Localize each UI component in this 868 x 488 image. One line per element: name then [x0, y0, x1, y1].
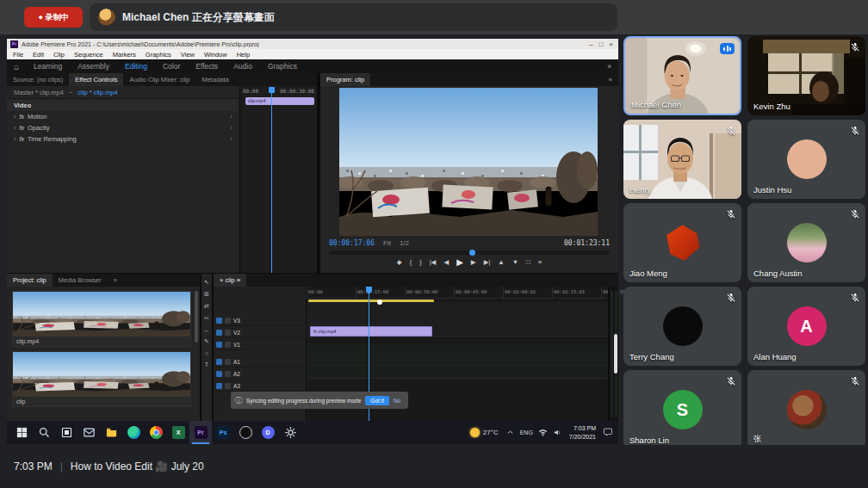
track-select-tool[interactable]: ⊞	[204, 291, 209, 298]
start-icon[interactable]	[10, 421, 33, 444]
reset-icon[interactable]: ›	[231, 135, 239, 143]
timeline-clip[interactable]: fx clip.mp4	[310, 326, 432, 337]
workspace-tab-editing[interactable]: Editing	[117, 59, 155, 73]
volume-icon[interactable]	[553, 425, 562, 441]
participant-tile[interactable]: AAlan Huang	[747, 287, 865, 366]
mark-in-button[interactable]: {	[410, 258, 412, 266]
panel-tab[interactable]: Effect Controls	[69, 73, 123, 86]
disclosure-icon[interactable]: ›	[14, 113, 16, 120]
project-item[interactable]: clip.mp4	[12, 291, 191, 347]
effect-row-motion[interactable]: ›fxMotion›	[7, 111, 238, 122]
effect-row-video[interactable]: Video	[7, 100, 238, 111]
participant-tile[interactable]: Terry Chang	[623, 287, 741, 366]
overflow-icon[interactable]: »	[108, 274, 123, 287]
track-lock-toggle[interactable]	[225, 318, 231, 324]
panel-tab[interactable]: Source: (no clips)	[7, 73, 69, 86]
source-patch-toggle[interactable]	[216, 318, 222, 324]
panel-menu-icon[interactable]: ≡	[237, 276, 240, 284]
effect-row-time-remapping[interactable]: ›fxTime Remapping›	[7, 133, 238, 145]
menu-help[interactable]: Help	[237, 51, 250, 59]
source-patch-toggle[interactable]	[216, 359, 222, 365]
maximize-icon[interactable]: □	[598, 40, 603, 48]
panel-tab[interactable]: Metadata	[195, 73, 234, 86]
workspace-tab-graphics[interactable]: Graphics	[260, 59, 305, 73]
action-center-icon[interactable]	[603, 425, 613, 441]
mini-timeline-playhead[interactable]	[271, 87, 272, 273]
panel-menu-icon[interactable]: ≡	[603, 73, 618, 86]
source-patch-toggle[interactable]	[216, 330, 222, 336]
type-tool[interactable]: T	[205, 361, 208, 368]
toast-primary-button[interactable]: Got it	[365, 396, 389, 405]
program-scrubber[interactable]	[329, 250, 610, 255]
panel-tab[interactable]: Project: clip	[7, 274, 53, 287]
taskbar-clock[interactable]: 7:03 PM7/20/2021	[569, 424, 596, 440]
track-lock-toggle[interactable]	[225, 371, 231, 377]
workspace-tab-assembly[interactable]: Assembly	[70, 59, 117, 73]
track-lock-toggle[interactable]	[225, 383, 231, 389]
participant-tile[interactable]: Michael Chen	[623, 36, 741, 115]
selection-tool[interactable]: ↖	[204, 279, 209, 286]
edge-icon[interactable]	[122, 421, 145, 444]
reset-icon[interactable]: ›	[231, 124, 239, 132]
reset-icon[interactable]: ›	[231, 113, 239, 120]
source-patch-toggle[interactable]	[216, 371, 222, 377]
menu-view[interactable]: View	[181, 51, 195, 59]
project-item[interactable]: clip	[12, 351, 191, 407]
participant-tile[interactable]: Jiao Meng	[623, 203, 741, 282]
track-lock-toggle[interactable]	[225, 342, 231, 348]
minimize-icon[interactable]: –	[589, 40, 592, 48]
settings-icon[interactable]	[279, 421, 301, 444]
workspace-tab-learning[interactable]: Learning	[26, 59, 70, 73]
menu-edit[interactable]: Edit	[33, 51, 44, 59]
ripple-edit-tool[interactable]: ⇄	[204, 303, 209, 310]
timeline-scrollbar[interactable]	[614, 334, 617, 374]
razor-tool[interactable]: ✂	[204, 315, 209, 322]
menu-graphics[interactable]: Graphics	[146, 51, 171, 59]
hand-tool[interactable]: ○	[205, 350, 208, 356]
hidden-icons-icon[interactable]	[505, 425, 515, 441]
search-icon[interactable]	[33, 421, 55, 444]
language-indicator[interactable]: ENG	[520, 429, 533, 435]
home-icon[interactable]: ⌂	[7, 62, 26, 71]
program-monitor-tab[interactable]: Program: clip	[320, 73, 370, 86]
recording-badge[interactable]: ● 录制中	[24, 7, 83, 28]
discord-icon[interactable]: D	[257, 421, 279, 444]
menu-clip[interactable]: Clip	[53, 51, 65, 59]
excel-icon[interactable]: X	[167, 421, 189, 444]
lift-button[interactable]: ▲	[498, 258, 504, 266]
extract-button[interactable]: ▼	[512, 258, 518, 266]
close-icon[interactable]: ×	[220, 276, 223, 284]
go-to-out-button[interactable]: ▶|	[484, 258, 491, 266]
photoshop-icon[interactable]: Ps	[212, 421, 234, 444]
go-to-in-button[interactable]: |◀	[430, 258, 437, 266]
workspace-tab-effects[interactable]: Effects	[188, 59, 226, 73]
mail-icon[interactable]	[78, 421, 100, 444]
source-patch-toggle[interactable]	[216, 383, 222, 389]
playhead-drag-dot[interactable]	[377, 300, 382, 305]
track-lock-toggle[interactable]	[225, 330, 231, 336]
settings-button[interactable]: ≡	[538, 258, 542, 266]
menu-markers[interactable]: Markers	[113, 51, 136, 59]
panel-tab[interactable]: Media Browser	[53, 274, 108, 287]
timeline-tab[interactable]: × clip ≡	[214, 274, 246, 287]
step-back-button[interactable]: ◀	[443, 258, 449, 266]
wifi-icon[interactable]	[538, 425, 548, 441]
disclosure-icon[interactable]: ›	[14, 135, 16, 143]
effect-row-opacity[interactable]: ›fxOpacity›	[7, 122, 238, 133]
menu-window[interactable]: Window	[204, 51, 227, 59]
participant-tile[interactable]: 张	[747, 370, 865, 449]
pen-tool[interactable]: ✎	[204, 338, 209, 345]
export-frame-button[interactable]: □	[526, 258, 530, 266]
toast-secondary-button[interactable]: No	[394, 398, 400, 404]
step-forward-button[interactable]: ▶	[471, 258, 476, 266]
premiere-icon[interactable]: Pr	[189, 421, 212, 444]
source-patch-toggle[interactable]	[216, 342, 222, 348]
mark-out-button[interactable]: }	[419, 258, 422, 266]
fit-dropdown[interactable]: Fit	[383, 239, 391, 247]
add-marker-button[interactable]: ◆	[397, 258, 402, 266]
overflow-icon[interactable]: »	[607, 62, 618, 71]
play-button[interactable]: ▶	[456, 257, 463, 267]
participant-tile[interactable]: Kevin Zhu	[747, 36, 865, 115]
mini-timeline-clip[interactable]: clip.mp4	[245, 97, 314, 105]
workspace-tab-color[interactable]: Color	[155, 59, 188, 73]
